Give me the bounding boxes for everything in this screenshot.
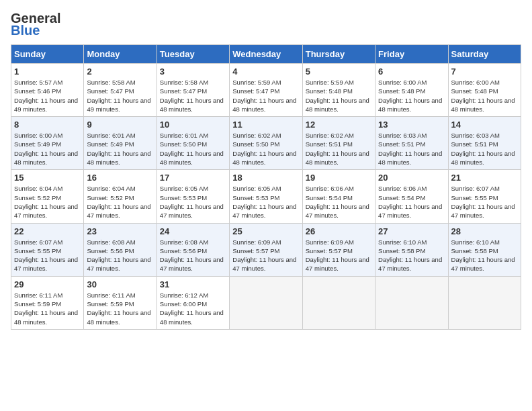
empty-cell: [448, 276, 521, 329]
col-header-tuesday: Tuesday: [157, 45, 229, 64]
day-cell-4: 4Sunrise: 5:59 AMSunset: 5:47 PMDaylight…: [230, 64, 302, 117]
day-cell-25: 25Sunrise: 6:09 AMSunset: 5:57 PMDayligh…: [230, 223, 302, 276]
col-header-saturday: Saturday: [448, 45, 521, 64]
day-cell-17: 17Sunrise: 6:05 AMSunset: 5:53 PMDayligh…: [157, 170, 229, 223]
day-info: Sunrise: 5:57 AMSunset: 5:46 PMDaylight:…: [14, 79, 78, 113]
day-cell-10: 10Sunrise: 6:01 AMSunset: 5:50 PMDayligh…: [157, 117, 229, 170]
day-cell-14: 14Sunrise: 6:03 AMSunset: 5:51 PMDayligh…: [448, 117, 521, 170]
col-header-friday: Friday: [375, 45, 448, 64]
day-cell-22: 22Sunrise: 6:07 AMSunset: 5:55 PMDayligh…: [11, 223, 84, 276]
week-row-3: 15Sunrise: 6:04 AMSunset: 5:52 PMDayligh…: [11, 170, 521, 223]
day-cell-1: 1Sunrise: 5:57 AMSunset: 5:46 PMDaylight…: [11, 64, 84, 117]
day-number: 1: [14, 66, 81, 77]
header-row: SundayMondayTuesdayWednesdayThursdayFrid…: [11, 45, 521, 64]
day-cell-23: 23Sunrise: 6:08 AMSunset: 5:56 PMDayligh…: [84, 223, 157, 276]
day-cell-7: 7Sunrise: 6:00 AMSunset: 5:48 PMDaylight…: [448, 64, 521, 117]
day-cell-16: 16Sunrise: 6:04 AMSunset: 5:52 PMDayligh…: [84, 170, 157, 223]
calendar-table: SundayMondayTuesdayWednesdayThursdayFrid…: [11, 44, 521, 330]
day-cell-6: 6Sunrise: 6:00 AMSunset: 5:48 PMDaylight…: [375, 64, 448, 117]
logo: General Blue: [11, 11, 60, 38]
col-header-thursday: Thursday: [302, 45, 375, 64]
day-cell-9: 9Sunrise: 6:01 AMSunset: 5:49 PMDaylight…: [84, 117, 157, 170]
day-cell-28: 28Sunrise: 6:10 AMSunset: 5:58 PMDayligh…: [448, 223, 521, 276]
day-cell-21: 21Sunrise: 6:07 AMSunset: 5:55 PMDayligh…: [448, 170, 521, 223]
col-header-monday: Monday: [84, 45, 157, 64]
day-cell-31: 31Sunrise: 6:12 AMSunset: 6:00 PMDayligh…: [157, 276, 229, 329]
day-cell-26: 26Sunrise: 6:09 AMSunset: 5:57 PMDayligh…: [302, 223, 375, 276]
day-cell-20: 20Sunrise: 6:06 AMSunset: 5:54 PMDayligh…: [375, 170, 448, 223]
day-cell-3: 3Sunrise: 5:58 AMSunset: 5:47 PMDaylight…: [157, 64, 229, 117]
empty-cell: [230, 276, 302, 329]
day-cell-30: 30Sunrise: 6:11 AMSunset: 5:59 PMDayligh…: [84, 276, 157, 329]
day-cell-19: 19Sunrise: 6:06 AMSunset: 5:54 PMDayligh…: [302, 170, 375, 223]
day-cell-2: 2Sunrise: 5:58 AMSunset: 5:47 PMDaylight…: [84, 64, 157, 117]
day-cell-11: 11Sunrise: 6:02 AMSunset: 5:50 PMDayligh…: [230, 117, 302, 170]
col-header-sunday: Sunday: [11, 45, 84, 64]
page-header: General Blue: [11, 11, 521, 38]
day-cell-12: 12Sunrise: 6:02 AMSunset: 5:51 PMDayligh…: [302, 117, 375, 170]
empty-cell: [302, 276, 375, 329]
day-cell-5: 5Sunrise: 5:59 AMSunset: 5:48 PMDaylight…: [302, 64, 375, 117]
week-row-2: 8Sunrise: 6:00 AMSunset: 5:49 PMDaylight…: [11, 117, 521, 170]
week-row-4: 22Sunrise: 6:07 AMSunset: 5:55 PMDayligh…: [11, 223, 521, 276]
empty-cell: [375, 276, 448, 329]
col-header-wednesday: Wednesday: [230, 45, 302, 64]
day-cell-24: 24Sunrise: 6:08 AMSunset: 5:56 PMDayligh…: [157, 223, 229, 276]
day-cell-18: 18Sunrise: 6:05 AMSunset: 5:53 PMDayligh…: [230, 170, 302, 223]
day-cell-8: 8Sunrise: 6:00 AMSunset: 5:49 PMDaylight…: [11, 117, 84, 170]
day-cell-29: 29Sunrise: 6:11 AMSunset: 5:59 PMDayligh…: [11, 276, 84, 329]
week-row-5: 29Sunrise: 6:11 AMSunset: 5:59 PMDayligh…: [11, 276, 521, 329]
day-cell-13: 13Sunrise: 6:03 AMSunset: 5:51 PMDayligh…: [375, 117, 448, 170]
day-cell-15: 15Sunrise: 6:04 AMSunset: 5:52 PMDayligh…: [11, 170, 84, 223]
week-row-1: 1Sunrise: 5:57 AMSunset: 5:46 PMDaylight…: [11, 64, 521, 117]
day-cell-27: 27Sunrise: 6:10 AMSunset: 5:58 PMDayligh…: [375, 223, 448, 276]
